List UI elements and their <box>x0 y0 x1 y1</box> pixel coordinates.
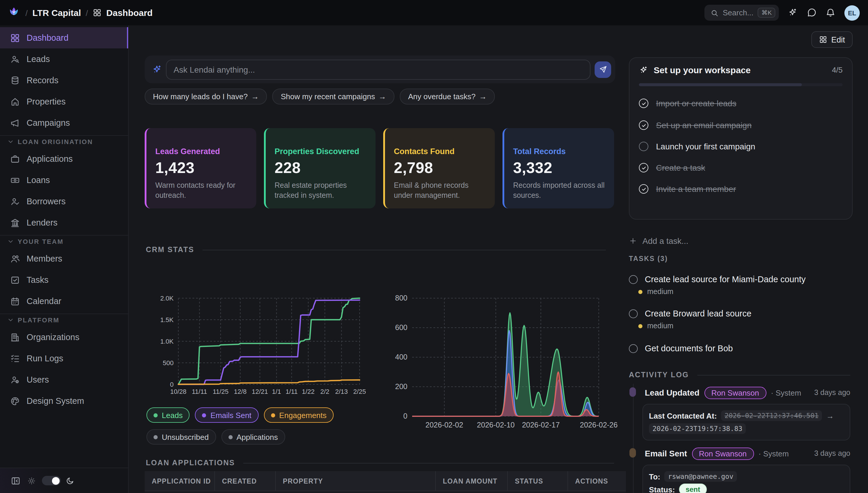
sidebar-item-members[interactable]: Members <box>0 248 128 269</box>
briefcase-icon <box>10 154 20 164</box>
activity-log-title: ACTIVITY LOG <box>629 371 689 379</box>
suggestion-chip-any-overdue-tasks-[interactable]: Any overdue tasks?→ <box>400 89 495 105</box>
check-circle-icon[interactable] <box>639 163 648 172</box>
sidebar-item-tasks[interactable]: Tasks <box>0 269 128 291</box>
avatar[interactable]: EL <box>844 5 860 20</box>
activity-email-box: To: rswan@pawnee.gov Status: sent <box>643 465 850 493</box>
table-column-application-id[interactable]: APPLICATION ID <box>145 471 215 491</box>
sidebar-item-properties[interactable]: Properties <box>0 91 128 112</box>
task-item-get-documents-for-bob[interactable]: Get documents for Bob <box>629 342 853 354</box>
legend-chip-applications[interactable]: Applications <box>221 429 285 445</box>
table-column-loan-amount[interactable]: LOAN AMOUNT <box>436 471 508 491</box>
sidebar-item-calendar[interactable]: Calendar <box>0 291 128 312</box>
checklist-item-set-up-an-email-campaign[interactable]: Set up an email campaign <box>639 119 843 131</box>
database-icon <box>10 75 20 85</box>
sidebar-item-loans[interactable]: Loans <box>0 169 128 191</box>
task-checkbox[interactable] <box>629 309 638 318</box>
sidebar-group-your-team[interactable]: YOUR TEAM <box>0 237 128 245</box>
checklist-item-label: Invite a team member <box>656 184 736 194</box>
stat-card-title: Contacts Found <box>394 147 486 156</box>
sidebar-item-lenders[interactable]: Lenders <box>0 212 128 233</box>
sun-icon[interactable] <box>27 476 36 485</box>
svg-text:1.0K: 1.0K <box>160 338 174 345</box>
sidebar-group-loan-origination[interactable]: LOAN ORIGINATION <box>0 137 128 146</box>
sidebar-item-campaigns[interactable]: Campaigns <box>0 112 128 133</box>
checklist-item-import-or-create-leads[interactable]: Import or create leads <box>639 98 843 109</box>
banknote-icon <box>10 175 20 185</box>
activity-time: 3 days ago <box>814 449 853 457</box>
check-circle-icon[interactable] <box>639 99 648 108</box>
workspace-title: Set up your workspace <box>654 65 827 75</box>
checklist-item-label: Import or create leads <box>656 99 736 108</box>
bell-icon[interactable] <box>825 8 836 18</box>
crm-line-chart: 05001.0K1.5K2.0K10/2811/1111/2512/812/21… <box>145 294 366 395</box>
legend-dot <box>153 413 158 417</box>
activity-via: · System <box>771 388 801 397</box>
chat-icon[interactable] <box>807 8 817 18</box>
table-column-property[interactable]: PROPERTY <box>276 471 436 491</box>
send-button[interactable] <box>594 61 611 78</box>
app-logo-icon[interactable] <box>7 6 21 20</box>
collapse-sidebar-icon[interactable] <box>10 476 21 486</box>
sidebar-item-dashboard[interactable]: Dashboard <box>0 27 128 48</box>
svg-text:1.5K: 1.5K <box>160 316 174 324</box>
svg-text:2026-02-02: 2026-02-02 <box>426 421 463 429</box>
circle-icon[interactable] <box>639 142 648 151</box>
suggestion-chip-how-many-leads-do-i-have-[interactable]: How many leads do I have?→ <box>145 89 267 105</box>
table-row[interactable] <box>145 491 626 493</box>
priority-dot-icon <box>638 290 643 294</box>
table-column-status[interactable]: STATUS <box>508 471 568 491</box>
task-item-create-lead-source-for-miami-dade-county[interactable]: Create lead source for Miami-Dade county… <box>629 273 853 296</box>
sidebar-item-records[interactable]: Records <box>0 70 128 91</box>
megaphone-icon <box>10 118 20 128</box>
theme-toggle[interactable] <box>42 476 61 485</box>
breadcrumb-page[interactable]: Dashboard <box>106 8 153 18</box>
legend-chip-unsubscribed[interactable]: Unsubscribed <box>147 429 216 445</box>
suggestion-chip-show-my-recent-campaigns[interactable]: Show my recent campaigns→ <box>273 89 394 105</box>
activity-actor-pill[interactable]: Ron Swanson <box>704 386 766 399</box>
legend-chip-emails-sent[interactable]: Emails Sent <box>195 407 259 423</box>
calendar-icon <box>10 296 20 306</box>
sidebar-item-leads[interactable]: Leads <box>0 48 128 70</box>
stat-card-contacts-found: Contacts Found 2,798 Email & phone recor… <box>383 128 495 209</box>
sparkles-icon[interactable] <box>788 8 798 18</box>
svg-text:800: 800 <box>395 294 408 302</box>
checklist-item-invite-a-team-member[interactable]: Invite a team member <box>639 183 843 195</box>
sidebar-item-run-logs[interactable]: Run Logs <box>0 348 128 369</box>
search-input[interactable]: Search... ⌘K <box>704 5 779 21</box>
chart-legend-active: LeadsEmails SentEngagements <box>147 407 333 423</box>
check-circle-icon[interactable] <box>639 121 648 130</box>
theme-toggle-knob <box>52 477 60 485</box>
add-task-label: Add a task... <box>643 236 689 245</box>
email-status-label: Status: <box>649 485 675 493</box>
add-task-input[interactable]: Add a task... <box>629 236 689 245</box>
checklist-item-create-a-task[interactable]: Create a task <box>639 162 843 174</box>
search-placeholder: Search... <box>723 8 754 17</box>
divider <box>202 250 606 250</box>
moon-icon[interactable] <box>66 476 74 485</box>
users-icon <box>10 254 20 264</box>
sidebar: DashboardLeadsRecordsPropertiesCampaigns… <box>0 25 129 493</box>
task-item-create-broward-lead-source[interactable]: Create Broward lead source medium <box>629 307 853 330</box>
check-circle-icon[interactable] <box>639 184 648 194</box>
sidebar-item-organizations[interactable]: Organizations <box>0 326 128 348</box>
task-checkbox[interactable] <box>629 275 638 284</box>
sidebar-item-applications[interactable]: Applications <box>0 148 128 169</box>
table-column-created[interactable]: CREATED <box>215 471 276 491</box>
sidebar-item-borrowers[interactable]: Borrowers <box>0 191 128 212</box>
task-priority: medium <box>638 322 853 330</box>
sidebar-item-users[interactable]: Users <box>0 369 128 390</box>
legend-chip-engagements[interactable]: Engagements <box>264 407 333 423</box>
table-column-actions[interactable]: ACTIONS <box>568 471 626 491</box>
activity-actor-pill[interactable]: Ron Swanson <box>692 447 754 459</box>
checklist-item-launch-your-first-campaign[interactable]: Launch your first campaign <box>639 141 843 152</box>
user-check-icon <box>10 196 20 206</box>
task-checkbox[interactable] <box>629 344 638 353</box>
activity-log-header: ACTIVITY LOG <box>629 371 850 379</box>
sidebar-group-platform[interactable]: PLATFORM <box>0 316 128 324</box>
legend-chip-leads[interactable]: Leads <box>147 407 190 423</box>
sidebar-item-design-system[interactable]: Design System <box>0 390 128 411</box>
breadcrumb-org[interactable]: LTR Capital <box>32 8 81 18</box>
ask-input[interactable] <box>166 59 590 80</box>
change-old-value: 2026-02-22T12:37:46.501 <box>721 410 822 421</box>
